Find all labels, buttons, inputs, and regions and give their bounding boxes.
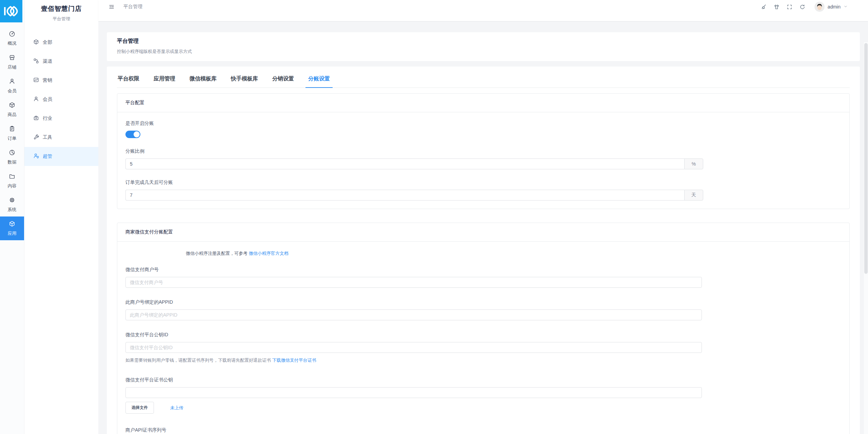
topbar: 平台管理 <box>98 0 868 21</box>
page-header-card: 平台管理 控制小程序端版权是否显示或显示方式 <box>107 32 860 61</box>
page-scrollbar[interactable] <box>863 42 868 434</box>
cube-icon <box>9 102 15 109</box>
tab-wechat-templates[interactable]: 微信模板库 <box>189 75 217 88</box>
sidebar-item-label: 全部 <box>43 39 52 45</box>
rail-item-label: 会员 <box>8 88 17 94</box>
tab-kuaishou-templates[interactable]: 快手模板库 <box>230 75 259 88</box>
brand-logo[interactable] <box>0 0 22 22</box>
rail-item-overview[interactable]: 概况 <box>0 26 24 50</box>
tabs-bar: 平台权限 应用管理 微信模板库 快手模板库 分销设置 分账设置 <box>117 75 850 88</box>
sidebar-item-industry[interactable]: 行业 <box>24 109 98 128</box>
wechat-split-config-card: 商家微信支付分账配置 微信小程序注册及配置，可参考 微信小程序官方文档 微信支付… <box>117 223 850 434</box>
ratio-suffix: % <box>684 158 703 169</box>
sidebar-item-all[interactable]: 全部 <box>24 33 98 52</box>
pubkey-id-input[interactable] <box>125 342 702 353</box>
sidebar-item-superadmin[interactable]: 超管 <box>24 147 98 166</box>
days-label: 订单完成几天后可分账 <box>125 180 841 186</box>
cube-icon <box>9 221 15 228</box>
tab-split-settings[interactable]: 分账设置 <box>308 75 331 88</box>
sidebar-item-tools[interactable]: 工具 <box>24 128 98 147</box>
upload-status[interactable]: 未上传 <box>170 405 183 411</box>
chart-icon <box>33 77 39 84</box>
rail-item-goods[interactable]: 商品 <box>0 98 24 121</box>
channels-icon <box>33 58 39 65</box>
cert-pubkey-label: 微信支付平台证书公钥 <box>125 377 841 383</box>
pie-icon <box>9 149 15 157</box>
platform-config-card: 平台配置 是否开启分账 分账比例 % 订单完成几天后可分账 天 <box>117 93 850 209</box>
rail-item-label: 数据 <box>8 159 17 165</box>
menu-fold-icon[interactable] <box>108 4 115 10</box>
merchant-id-input[interactable] <box>125 277 702 288</box>
page-subtitle: 控制小程序端版权是否显示或显示方式 <box>117 49 850 55</box>
rail-item-label: 内容 <box>8 183 17 189</box>
tab-distribution[interactable]: 分销设置 <box>272 75 295 88</box>
sidebar-item-label: 渠道 <box>43 58 52 64</box>
order-icon <box>9 126 15 133</box>
settings-card: 平台权限 应用管理 微信模板库 快手模板库 分销设置 分账设置 平台配置 是否开… <box>107 67 860 434</box>
fullscreen-icon[interactable] <box>787 4 792 10</box>
username: admin <box>828 4 841 10</box>
wechat-intro-text: 微信小程序注册及配置，可参考 <box>186 251 248 256</box>
api-serial-label: 商户API证书序列号 <box>125 427 841 433</box>
page-content: 平台管理 控制小程序端版权是否显示或显示方式 平台权限 应用管理 微信模板库 快… <box>98 21 868 434</box>
pubkey-id-label: 微信支付平台公钥ID <box>125 332 841 338</box>
wechat-doc-link[interactable]: 微信小程序官方文档 <box>249 251 289 256</box>
broom-icon[interactable] <box>761 4 767 10</box>
cube-icon <box>33 39 39 46</box>
rail-item-content[interactable]: 内容 <box>0 169 24 193</box>
rail-item-label: 系统 <box>8 207 17 213</box>
rail-item-label: 商品 <box>8 112 17 118</box>
sidebar-item-member[interactable]: 会员 <box>24 90 98 109</box>
avatar <box>814 2 825 12</box>
rail-item-shop[interactable]: 店铺 <box>0 50 24 74</box>
tab-platform-perms[interactable]: 平台权限 <box>117 75 140 88</box>
sidebar-item-label: 工具 <box>43 134 52 140</box>
scrollbar-thumb[interactable] <box>864 43 868 274</box>
folder-icon <box>9 173 15 181</box>
choose-file-button[interactable]: 选择文件 <box>125 402 154 414</box>
switch-label: 是否开启分账 <box>125 120 841 127</box>
sidebar-item-label: 营销 <box>43 77 52 83</box>
user-icon <box>9 78 15 86</box>
rail-item-label: 概况 <box>8 40 17 46</box>
cert-pubkey-input[interactable] <box>125 387 702 398</box>
appid-input[interactable] <box>125 309 702 320</box>
sidebar-item-label: 会员 <box>43 96 52 102</box>
rail-item-system[interactable]: 系统 <box>0 193 24 216</box>
ratio-input[interactable] <box>125 158 684 169</box>
split-enabled-toggle[interactable] <box>125 131 140 138</box>
main-area: 平台管理 <box>98 0 868 434</box>
ratio-label: 分账比例 <box>125 148 841 154</box>
sidebar: 壹佰智慧门店 平台管理 全部 渠道 营销 会员 行业 <box>24 0 98 434</box>
admin-shield-icon <box>33 153 39 160</box>
sidebar-item-marketing[interactable]: 营销 <box>24 71 98 90</box>
merchant-id-label: 微信支付商户号 <box>125 267 841 273</box>
rail-item-members[interactable]: 会员 <box>0 74 24 98</box>
logo-icon <box>3 6 19 17</box>
pubkey-note: 如果需要转账到用户零钱，请配置证书序列号，下载前请先配置好退款证书 <box>125 358 271 363</box>
rail-item-apps[interactable]: 应用 <box>0 216 24 240</box>
user-icon <box>33 96 39 103</box>
sidebar-header: 壹佰智慧门店 平台管理 <box>24 0 98 22</box>
rail-item-data[interactable]: 数据 <box>0 145 24 169</box>
gauge-icon <box>9 31 15 38</box>
rail-item-label: 订单 <box>8 135 17 141</box>
sidebar-item-label: 行业 <box>43 115 52 121</box>
refresh-icon[interactable] <box>800 4 805 10</box>
user-menu[interactable]: admin <box>814 2 848 12</box>
tab-app-manage[interactable]: 应用管理 <box>153 75 176 88</box>
days-suffix: 天 <box>684 190 703 201</box>
download-cert-link[interactable]: 下载微信支付平台证书 <box>272 358 316 363</box>
breadcrumb[interactable]: 平台管理 <box>123 4 142 10</box>
days-input[interactable] <box>125 190 684 201</box>
appid-label: 此商户号绑定的APPID <box>125 299 841 305</box>
briefcase-icon <box>33 115 39 122</box>
store-name: 壹佰智慧门店 <box>24 4 98 13</box>
app-root: 概况 店铺 会员 商品 订单 数据 <box>0 0 868 434</box>
shirt-icon[interactable] <box>774 4 780 10</box>
rail-item-orders[interactable]: 订单 <box>0 121 24 145</box>
module-name: 平台管理 <box>24 16 98 22</box>
wrench-icon <box>33 134 39 141</box>
sidebar-item-channels[interactable]: 渠道 <box>24 52 98 71</box>
rail-item-label: 店铺 <box>8 64 17 70</box>
